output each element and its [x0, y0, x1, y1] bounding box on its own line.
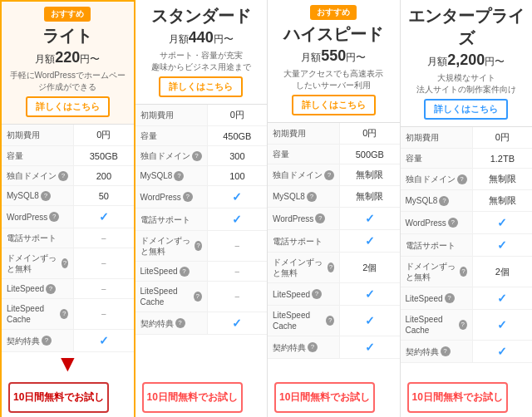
feature-row-5: 電話サポート ✓	[135, 208, 268, 231]
feature-value: 無制限	[489, 194, 516, 207]
feature-value-6: −	[208, 231, 267, 261]
detail-btn-enterprise[interactable]: 詳しくはこちら	[424, 99, 508, 120]
feature-label-8: LiteSpeed Cache?	[135, 282, 208, 312]
feature-value-0: 0円	[340, 123, 399, 144]
feature-row-0: 初期費用 0円	[135, 105, 268, 126]
check-icon: ✓	[99, 334, 109, 347]
feature-value-8: ✓	[473, 310, 532, 340]
info-icon: ?	[62, 258, 68, 268]
feature-value: 2個	[362, 262, 377, 274]
feature-label-9: 契約特典?	[268, 336, 340, 358]
feature-value-3: 無制限	[473, 190, 532, 211]
detail-btn-standard[interactable]: 詳しくはこちら	[159, 76, 243, 97]
feature-row-2: 独自ドメイン? 無制限	[401, 169, 533, 190]
info-icon: ?	[324, 170, 334, 180]
detail-btn-highspeed[interactable]: 詳しくはこちら	[292, 95, 376, 115]
plan-col-lite: おすすめ ライト 月額220円〜 手軽にWordPressでホームページ作成がで…	[0, 0, 135, 417]
recommended-badge: おすすめ	[274, 5, 393, 23]
trial-btn-lite[interactable]: 10日間無料でお試し	[8, 382, 109, 413]
info-icon: ?	[195, 241, 201, 251]
detail-btn-lite[interactable]: 詳しくはこちら	[26, 96, 110, 117]
feature-row-0: 初期費用 0円	[401, 127, 533, 149]
check-icon: ✓	[365, 287, 375, 301]
feature-value-0: 0円	[74, 125, 133, 145]
plan-name-highspeed: ハイスピード	[274, 23, 393, 46]
plan-price-highspeed: 月額550円〜	[274, 47, 393, 65]
info-icon: ?	[174, 171, 184, 181]
arrow-down-wrapper: ▼	[2, 352, 134, 375]
feature-value: 0円	[495, 131, 510, 144]
feature-row-1: 容量 500GB	[268, 145, 400, 164]
feature-label-7: LiteSpeed?	[2, 279, 74, 298]
feature-value-5: ✓	[340, 230, 399, 252]
feature-label-7: LiteSpeed?	[401, 287, 473, 309]
features-table-highspeed: 初期費用 0円 容量 500GB 独自ドメイン? 無制限 MySQL8? 無制限…	[268, 123, 400, 359]
trial-btn-highspeed[interactable]: 10日間無料でお試し	[274, 382, 375, 413]
feature-label-5: 電話サポート	[135, 208, 208, 230]
feature-label-6: ドメインずっと無料?	[2, 248, 74, 278]
info-icon: ?	[457, 174, 467, 184]
feature-label-9: 契約特典?	[2, 330, 74, 351]
feature-label-0: 初期費用	[135, 105, 208, 125]
feature-label-4: WordPress?	[401, 212, 473, 233]
feature-label-0: 初期費用	[268, 123, 340, 144]
dash-icon: −	[234, 241, 239, 251]
check-icon: ✓	[497, 345, 507, 358]
feature-row-6: ドメインずっと無料? 2個	[401, 257, 533, 287]
feature-value-0: 0円	[473, 127, 532, 148]
trial-btn-enterprise[interactable]: 10日間無料でお試し	[407, 382, 508, 413]
feature-row-9: 契約特典? ✓	[268, 336, 400, 359]
plan-name-enterprise: エンタープライズ	[407, 5, 526, 50]
info-icon: ?	[183, 192, 193, 202]
dash-icon: −	[101, 258, 106, 268]
feature-row-2: 独自ドメイン? 無制限	[268, 164, 400, 186]
feature-label-5: 電話サポート	[2, 228, 74, 248]
feature-label-4: WordPress?	[268, 208, 340, 229]
feature-value: 無制限	[356, 169, 383, 181]
feature-value: 350GB	[90, 151, 118, 161]
check-icon: ✓	[365, 234, 375, 248]
feature-row-9: 契約特典? ✓	[401, 341, 533, 363]
feature-value-4: ✓	[473, 212, 532, 233]
feature-value-5: −	[74, 228, 133, 248]
check-icon: ✓	[232, 190, 242, 204]
check-icon: ✓	[99, 210, 109, 223]
feature-value: 0円	[362, 127, 377, 140]
feature-value-3: 100	[208, 166, 267, 185]
trial-area-lite: ▼ 10日間無料でお試し	[2, 352, 134, 417]
feature-value-6: 2個	[340, 253, 399, 282]
feature-value-4: ✓	[340, 208, 399, 229]
plan-col-enterprise: エンタープライズ 月額2,200円〜 大規模なサイト法人サイトの制作案件向け 詳…	[401, 0, 533, 417]
plan-header-highspeed: おすすめ ハイスピード 月額550円〜 大量アクセスでも高速表示したいサーバー利…	[268, 0, 400, 123]
feature-label-4: WordPress?	[135, 186, 208, 208]
info-icon: ?	[328, 262, 334, 272]
feature-row-5: 電話サポート −	[2, 228, 134, 248]
feature-value: 100	[229, 171, 244, 181]
feature-label-7: LiteSpeed?	[268, 283, 340, 305]
feature-row-4: WordPress? ✓	[401, 212, 533, 234]
feature-value: 無制限	[356, 190, 383, 203]
feature-value-7: ✓	[473, 287, 532, 309]
feature-row-7: LiteSpeed? −	[2, 279, 134, 299]
feature-row-3: MySQL8? 無制限	[268, 186, 400, 208]
feature-label-6: ドメインずっと無料?	[268, 253, 340, 282]
info-icon: ?	[459, 320, 467, 330]
feature-label-5: 電話サポート	[268, 230, 340, 252]
plan-header-lite: おすすめ ライト 月額220円〜 手軽にWordPressでホームページ作成がで…	[2, 2, 134, 125]
recommended-badge: おすすめ	[8, 7, 127, 25]
info-icon: ?	[448, 218, 458, 228]
info-icon: ?	[308, 342, 318, 352]
feature-row-7: LiteSpeed? ✓	[401, 287, 533, 310]
feature-value-4: ✓	[208, 186, 267, 208]
info-icon: ?	[60, 309, 68, 319]
info-icon: ?	[41, 191, 51, 201]
check-icon: ✓	[497, 238, 507, 252]
info-icon: ?	[312, 289, 322, 299]
feature-label-3: MySQL8?	[2, 186, 74, 205]
feature-row-4: WordPress? ✓	[135, 186, 268, 208]
feature-value: 200	[96, 171, 111, 181]
feature-label-8: LiteSpeed Cache?	[401, 310, 473, 340]
dash-icon: −	[234, 292, 239, 302]
trial-btn-standard[interactable]: 10日間無料でお試し	[142, 382, 243, 413]
feature-value: 2個	[495, 266, 510, 278]
